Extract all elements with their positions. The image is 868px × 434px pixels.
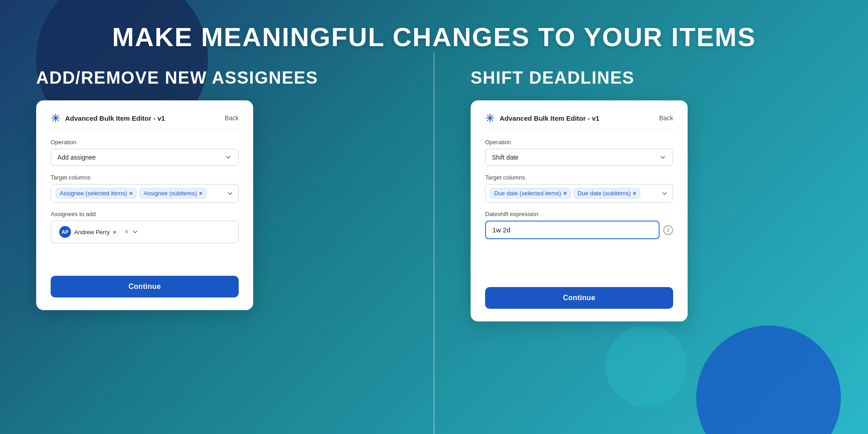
assignee-name: Andrew Perry bbox=[74, 229, 110, 236]
left-operation-label: Operation bbox=[51, 139, 239, 146]
right-dateshift-group: Dateshift expression i bbox=[485, 211, 673, 239]
left-spacer bbox=[51, 251, 239, 268]
right-panel: SHIFT DEADLINES Advanced Bulk Item Edito… bbox=[434, 52, 868, 434]
avatar: AP bbox=[59, 226, 71, 238]
left-card-header-left: Advanced Bulk Item Editor - v1 bbox=[51, 113, 165, 123]
right-tag-2-remove[interactable]: × bbox=[633, 190, 637, 197]
left-assignees-label: Assignees to add bbox=[51, 211, 239, 217]
right-subtitle: SHIFT DEADLINES bbox=[471, 68, 634, 88]
left-operation-group: Operation Add assignee bbox=[51, 139, 239, 166]
left-assignees-group: Assignees to add AP Andrew Perry × × bbox=[51, 211, 239, 243]
right-target-columns-field[interactable]: Due date (selected items) × Due date (su… bbox=[485, 184, 673, 203]
left-operation-select[interactable]: Add assignee bbox=[51, 149, 239, 166]
right-back-button[interactable]: Back bbox=[659, 114, 673, 122]
right-card-title: Advanced Bulk Item Editor - v1 bbox=[500, 114, 599, 122]
left-back-button[interactable]: Back bbox=[225, 114, 239, 122]
right-continue-button[interactable]: Continue bbox=[485, 287, 673, 309]
right-operation-chevron bbox=[659, 154, 666, 161]
assignee-chip: AP Andrew Perry × bbox=[56, 225, 120, 239]
background: MAKE MEANINGFUL CHANGES TO YOUR ITEMS AD… bbox=[0, 0, 868, 434]
right-spacer bbox=[485, 247, 673, 279]
right-dateshift-label: Dateshift expression bbox=[485, 211, 673, 217]
panels-row: ADD/REMOVE NEW ASSIGNEES Advanced Bulk I… bbox=[0, 52, 868, 434]
left-operation-chevron bbox=[225, 154, 232, 161]
left-assignees-clear[interactable]: × bbox=[124, 228, 128, 236]
right-card-header-left: Advanced Bulk Item Editor - v1 bbox=[485, 113, 599, 123]
left-card-title: Advanced Bulk Item Editor - v1 bbox=[65, 114, 165, 122]
left-target-columns-group: Target columns Assignee (selected items)… bbox=[51, 174, 239, 203]
left-target-chevron bbox=[226, 190, 234, 197]
right-target-columns-label: Target columns bbox=[485, 174, 673, 181]
left-continue-button[interactable]: Continue bbox=[51, 276, 239, 297]
left-tag-2-remove[interactable]: × bbox=[199, 190, 203, 197]
right-operation-value: Shift date bbox=[492, 154, 519, 161]
right-tag-2[interactable]: Due date (subitems) × bbox=[574, 188, 641, 198]
assignee-remove[interactable]: × bbox=[113, 229, 117, 236]
right-operation-group: Operation Shift date bbox=[485, 139, 673, 166]
left-card-header: Advanced Bulk Item Editor - v1 Back bbox=[51, 113, 239, 130]
right-dateshift-row: i bbox=[485, 221, 673, 239]
right-tag-1[interactable]: Due date (selected items) × bbox=[490, 188, 571, 198]
main-title: MAKE MEANINGFUL CHANGES TO YOUR ITEMS bbox=[112, 22, 756, 52]
right-target-columns-group: Target columns Due date (selected items)… bbox=[485, 174, 673, 203]
left-assignees-field[interactable]: AP Andrew Perry × × bbox=[51, 221, 239, 243]
left-tag-2[interactable]: Assignee (subitems) × bbox=[139, 188, 206, 198]
left-target-columns-field[interactable]: Assignee (selected items) × Assignee (su… bbox=[51, 184, 239, 203]
left-card: Advanced Bulk Item Editor - v1 Back Oper… bbox=[36, 100, 253, 310]
app-icon-right bbox=[485, 113, 495, 123]
left-panel: ADD/REMOVE NEW ASSIGNEES Advanced Bulk I… bbox=[0, 52, 434, 434]
left-subtitle: ADD/REMOVE NEW ASSIGNEES bbox=[36, 68, 318, 88]
dateshift-input[interactable] bbox=[485, 221, 660, 239]
right-target-chevron bbox=[661, 190, 668, 197]
left-operation-value: Add assignee bbox=[57, 154, 96, 161]
left-target-columns-label: Target columns bbox=[51, 174, 239, 181]
info-icon[interactable]: i bbox=[663, 225, 673, 235]
app-icon-left bbox=[51, 113, 61, 123]
left-tag-1[interactable]: Assignee (selected items) × bbox=[56, 188, 137, 198]
right-card-header: Advanced Bulk Item Editor - v1 Back bbox=[485, 113, 673, 130]
right-operation-label: Operation bbox=[485, 139, 673, 146]
right-card: Advanced Bulk Item Editor - v1 Back Oper… bbox=[471, 100, 688, 321]
right-tag-1-remove[interactable]: × bbox=[563, 190, 567, 197]
left-tag-1-remove[interactable]: × bbox=[129, 190, 133, 197]
right-operation-select[interactable]: Shift date bbox=[485, 149, 673, 166]
left-assignees-chevron bbox=[132, 228, 139, 236]
